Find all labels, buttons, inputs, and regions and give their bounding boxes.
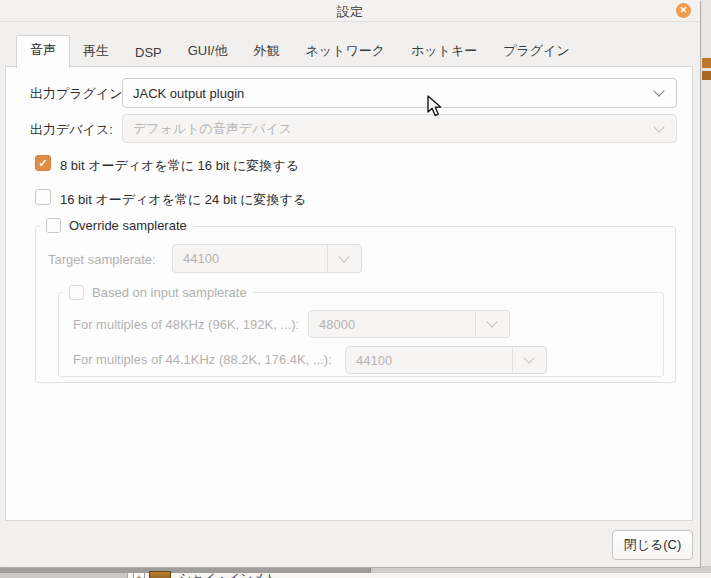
tab-hotkeys[interactable]: ホットキー [398,37,490,67]
chevron-down-icon [523,352,534,363]
based-on-input-label: Based on input samplerate [92,285,247,300]
titlebar[interactable]: 設定 ✕ [0,0,700,22]
override-samplerate-label: Override samplerate [69,218,187,233]
chevron-down-icon [486,316,497,327]
based-on-input-legend: Based on input samplerate [63,285,253,300]
combo-divider [327,245,328,272]
multiples-44khz-value: 44100 [356,347,392,373]
target-samplerate-value: 44100 [183,245,219,272]
chevron-down-icon [653,121,664,132]
window-title: 設定 [0,3,700,21]
target-samplerate-label: Target samplerate: [48,252,156,267]
target-samplerate-combobox: 44100 [172,244,362,273]
expand-icon[interactable]: + [133,572,145,578]
background-window-strip-right [370,566,711,573]
album-art-thumbnail [149,571,171,578]
convert-16-to-24-label: 16 bit オーディオを常に 24 bit に変換する [60,191,306,209]
output-device-value: デフォルトの音声デバイス [133,115,292,142]
output-plugin-label: 出力プラグイン: [30,85,126,103]
tab-playback[interactable]: 再生 [70,37,122,67]
chevron-down-icon [653,85,664,96]
output-plugin-combobox[interactable]: JACK output plugin [122,78,677,108]
tab-appearance[interactable]: 外観 [240,37,292,67]
preferences-tabbar: 音声 再生 DSP GUI/他 外観 ネットワーク ホットキー プラグイン [16,40,583,67]
combo-divider [512,347,513,373]
tab-gui-misc[interactable]: GUI/他 [175,37,241,67]
multiples-48khz-value: 48000 [319,311,355,337]
window-close-icon[interactable]: ✕ [676,3,691,18]
multiples-48khz-label: For multiples of 48KHz (96K, 192K, ...): [73,317,299,332]
convert-8-to-16-label: 8 bit オーディオを常に 16 bit に変換する [60,157,299,175]
settings-dialog: 設定 ✕ 音声 再生 DSP GUI/他 外観 ネットワーク ホットキー プラグ… [0,0,700,567]
output-device-combobox: デフォルトの音声デバイス [122,114,677,143]
background-window-artwork-sliver [702,71,711,80]
convert-16-to-24-checkbox[interactable] [35,189,51,205]
output-plugin-value: JACK output plugin [133,79,244,107]
multiples-48khz-combobox: 48000 [308,310,510,338]
tab-network[interactable]: ネットワーク [292,37,398,67]
chevron-down-icon [338,251,349,262]
multiples-44khz-combobox: 44100 [345,346,547,374]
tab-audio[interactable]: 音声 [16,35,70,68]
override-samplerate-checkbox[interactable] [46,218,61,233]
tab-plugins[interactable]: プラグイン [490,37,583,67]
screenshot-root: + シャイ・インメト 設定 ✕ 音声 再生 DSP GUI/他 外観 ネットワー… [0,0,711,578]
background-playlist-gutter [0,573,128,578]
based-on-input-checkbox [69,285,84,300]
convert-8-to-16-checkbox[interactable]: ✓ [35,155,51,171]
close-button[interactable]: 閉じる(C) [612,530,693,560]
override-samplerate-legend: Override samplerate [40,218,193,233]
combo-divider [475,311,476,337]
output-device-label: 出力デバイス: [30,121,113,139]
background-window-artwork-sliver [702,58,711,68]
multiples-44khz-label: For multiples of 44.1KHz (88.2K, 176.4K,… [73,352,332,367]
background-track-title: シャイ・インメト [179,570,379,578]
tab-dsp[interactable]: DSP [122,40,175,67]
